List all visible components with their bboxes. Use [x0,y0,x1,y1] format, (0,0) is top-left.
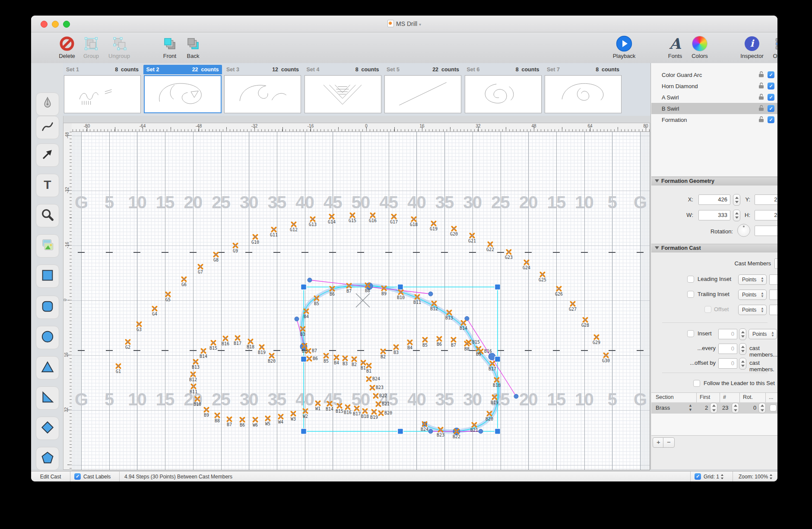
cast-member-B3[interactable]: B3 [393,344,400,351]
trailing-inset-checkbox[interactable] [687,291,694,298]
cast-member-B12[interactable]: B12 [190,371,197,378]
cast-member-W3[interactable]: W3 [290,410,297,417]
cast-member-B8[interactable]: B8 [463,340,470,347]
cast-member-G4[interactable]: G4 [151,305,158,312]
cast-member-W4[interactable]: W4 [277,413,284,420]
visibility-checkbox[interactable]: ✓ [768,71,774,78]
section-dropdown-icon[interactable]: ▲▼ [688,403,692,412]
back-button[interactable]: Back [174,35,213,59]
cast-member-G7[interactable]: G7 [197,263,204,270]
outline-row-horn-diamond[interactable]: Horn Diamond ✓ [651,80,777,92]
cast-member-G21[interactable]: G21 [469,232,476,239]
cast-member-B19[interactable]: B19 [491,394,498,401]
select-arrow-button[interactable] [36,143,59,167]
cast-member-G30[interactable]: G30 [603,352,609,359]
cast-member-G20[interactable]: G20 [450,225,457,232]
cast-member-B11[interactable]: B11 [190,383,197,390]
cast-member-B10[interactable]: B10 [194,395,201,402]
cast-member-B6[interactable]: B6 [239,416,246,423]
cast-member-B15[interactable]: B15 [336,402,343,409]
set-tab-6[interactable]: Set 68 counts [464,65,542,114]
cast-member-B17[interactable]: B17 [234,335,241,341]
offset-units-dropdown[interactable]: Points▲▼ [738,305,767,315]
outline-row-color-guard-arc[interactable]: Color Guard Arc ✓ [651,69,777,80]
rotation-field[interactable]: 0 [755,226,777,236]
cast-member-B19[interactable]: B19 [258,344,265,351]
cast-member-B22[interactable]: B22 [453,428,460,435]
insert-checkbox[interactable] [687,330,694,337]
col-count[interactable]: # [723,394,726,400]
set-tab-5[interactable]: Set 522 counts [384,65,462,114]
first-stepper[interactable] [710,403,717,413]
text-tool-button[interactable]: T [36,174,59,197]
cast-member-B5[interactable]: B5 [323,352,330,359]
insert-units-dropdown[interactable]: Points▲▼ [749,329,777,339]
cast-member-B20[interactable]: B20 [486,410,493,417]
col-rot[interactable]: Rot. [743,394,753,400]
cast-member-B13[interactable]: B13 [446,309,453,316]
outline-row-a-swirl[interactable]: A Swirl ✓ [651,92,777,103]
col-first[interactable]: First [700,394,710,400]
leading-inset-units-dropdown[interactable]: Points▲▼ [738,274,767,285]
cast-member-B19[interactable]: B19 [371,408,377,415]
cast-member-W1[interactable]: W1 [314,400,321,407]
lock-icon[interactable] [758,82,764,90]
cast-member-G11[interactable]: G11 [270,226,277,233]
cast-member-G29[interactable]: G29 [593,334,600,341]
grid-checkbox[interactable]: ✓ [695,473,701,480]
rotation-knob[interactable] [737,224,750,237]
cast-member-W6[interactable]: W6 [252,416,259,423]
lock-icon[interactable] [758,116,764,124]
triangle-shape-button[interactable] [36,356,59,379]
cast-member-G2[interactable]: G2 [124,338,131,345]
follow-leader-checkbox[interactable] [693,380,700,387]
cast-member-W5[interactable]: W5 [264,415,271,422]
image-tool-button[interactable] [36,234,59,258]
pentagon-shape-button[interactable] [36,447,59,470]
cast-member-B14[interactable]: B14 [326,400,333,407]
cast-member-G9[interactable]: G9 [232,242,239,249]
drill-canvas[interactable]: GG55101015152020252530303535404045455050… [72,131,650,470]
cast-member-B12[interactable]: B12 [431,300,438,307]
cast-member-G23[interactable]: G23 [505,249,512,255]
x-stepper[interactable] [733,194,740,206]
zoom-control[interactable]: Zoom: 100% [739,474,773,480]
cast-member-G3[interactable]: G3 [136,321,143,328]
col-more[interactable]: ... [769,394,773,400]
cast-member-B16[interactable]: B16 [222,335,229,342]
cast-member-B22[interactable]: B22 [372,392,379,399]
cast-member-B14[interactable]: B14 [200,347,207,354]
cast-member-B15[interactable]: B15 [210,339,217,346]
cast-member-B16[interactable]: B16 [344,404,351,411]
cast-labels-checkbox[interactable]: ✓ [74,473,81,480]
edit-cast-button[interactable]: Edit Cast [31,472,70,481]
cast-member-G12[interactable]: G12 [290,221,297,228]
cast-member-B18[interactable]: B18 [362,408,368,414]
cast-member-G17[interactable]: G17 [390,213,397,220]
cast-member-B4[interactable]: B4 [333,354,340,361]
cast-member-G25[interactable]: G25 [539,271,546,278]
set-tab-7[interactable]: Set 78 counts [544,65,622,114]
grid-control[interactable]: Grid: 1 [704,474,724,480]
trailing-inset-field[interactable]: 0 [769,290,777,300]
cast-member-B20[interactable]: B20 [377,410,384,417]
col-section[interactable]: Section [656,394,674,400]
insert-stepper[interactable] [739,328,746,340]
cast-member-B21[interactable]: B21 [375,401,382,408]
cast-member-B14[interactable]: B14 [460,319,467,326]
cast-member-G14[interactable]: G14 [328,213,335,220]
set-tab-4[interactable]: Set 48 counts [304,65,382,114]
leading-inset-field[interactable]: 0 [769,274,777,285]
count-stepper[interactable] [732,403,739,413]
cast-member-B5[interactable]: B5 [313,295,320,302]
cast-member-G15[interactable]: G15 [349,212,356,219]
x-field[interactable]: 426 [698,194,730,205]
formation-geometry-header[interactable]: Formation Geometry [651,177,777,185]
square-shape-button[interactable] [36,264,59,288]
cast-member-B18[interactable]: B18 [247,338,254,345]
cast-member-B2[interactable]: B2 [351,356,358,363]
visibility-checkbox[interactable]: ✓ [768,83,774,89]
offset-by-stepper[interactable] [739,358,746,370]
formation-cast-header[interactable]: Formation Cast [651,244,777,252]
cast-member-G6[interactable]: G6 [181,276,187,283]
